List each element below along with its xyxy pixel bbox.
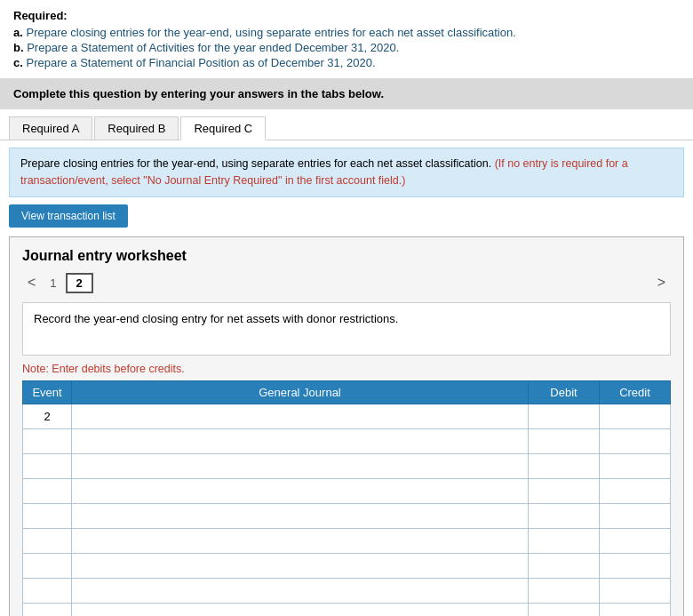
journal-cell[interactable] [72,578,529,603]
table-row [23,528,671,553]
credit-input[interactable] [603,433,666,449]
nav-row: < 1 2 > [22,273,671,293]
credit-cell[interactable] [600,528,671,553]
required-section: Required: a. Prepare closing entries for… [0,0,693,78]
journal-table: Event General Journal Debit Credit 2 [22,380,671,617]
debit-cell[interactable] [529,528,600,553]
event-cell [23,453,72,478]
worksheet-card: Journal entry worksheet < 1 2 > Record t… [9,236,684,617]
journal-cell[interactable] [72,603,529,616]
table-row [23,428,671,453]
credit-input[interactable] [603,607,666,616]
req-line-c: c. Prepare a Statement of Financial Posi… [13,56,680,69]
debit-cell[interactable] [529,578,600,603]
nav-next-arrow[interactable]: > [652,273,671,292]
req-letter-a: a. [13,26,26,39]
credit-cell[interactable] [600,603,671,616]
req-link-c[interactable]: Prepare a Statement of Financial Positio… [26,56,375,69]
nav-page-1[interactable]: 1 [41,275,65,292]
tab-required-b[interactable]: Required B [94,116,179,140]
credit-cell[interactable] [600,578,671,603]
col-header-event: Event [23,380,72,404]
credit-cell[interactable] [600,503,671,528]
debit-input[interactable] [532,483,595,499]
event-cell [23,503,72,528]
table-row [23,553,671,578]
table-row [23,603,671,616]
nav-page-2[interactable]: 2 [66,273,93,293]
credit-input[interactable] [603,458,666,474]
debit-input[interactable] [532,458,595,474]
note-text: Note: Enter debits before credits. [22,363,671,375]
debit-cell[interactable] [529,503,600,528]
journal-cell[interactable] [72,428,529,453]
journal-cell[interactable] [72,453,529,478]
journal-cell[interactable] [72,478,529,503]
credit-cell[interactable] [600,553,671,578]
journal-input[interactable] [76,408,524,424]
debit-input[interactable] [532,433,595,449]
debit-cell[interactable] [529,453,600,478]
debit-cell[interactable] [529,478,600,503]
tab-required-c[interactable]: Required C [180,116,266,140]
journal-input[interactable] [76,607,524,616]
journal-input[interactable] [76,433,524,449]
view-transaction-container: View transaction list [9,204,684,228]
col-header-credit: Credit [600,380,671,404]
debit-input[interactable] [532,582,595,598]
credit-input[interactable] [603,582,666,598]
table-row [23,478,671,503]
instruction-text: Complete this question by entering your … [13,87,384,100]
journal-input[interactable] [76,508,524,524]
credit-cell[interactable] [600,453,671,478]
req-link-a[interactable]: Prepare closing entries for the year-end… [26,26,515,39]
req-line-b: b. Prepare a Statement of Activities for… [13,41,680,54]
journal-cell[interactable] [72,503,529,528]
req-line-a: a. Prepare closing entries for the year-… [13,26,680,39]
debit-input[interactable] [532,532,595,548]
journal-input[interactable] [76,557,524,573]
journal-input[interactable] [76,532,524,548]
description-text: Record the year-end closing entry for ne… [34,312,398,325]
view-transaction-button[interactable]: View transaction list [9,204,128,228]
debit-input[interactable] [532,557,595,573]
credit-cell[interactable] [600,404,671,428]
debit-input[interactable] [532,607,595,616]
credit-input[interactable] [603,508,666,524]
event-cell [23,478,72,503]
credit-input[interactable] [603,557,666,573]
credit-cell[interactable] [600,428,671,453]
credit-input[interactable] [603,532,666,548]
event-cell [23,603,72,616]
event-cell [23,578,72,603]
req-link-b[interactable]: Prepare a Statement of Activities for th… [27,41,399,54]
table-row [23,453,671,478]
info-bar: Prepare closing entries for the year-end… [9,148,684,197]
tab-c-label: Required C [194,122,252,135]
debit-cell[interactable] [529,428,600,453]
nav-prev-arrow[interactable]: < [22,273,41,292]
debit-cell[interactable] [529,603,600,616]
journal-input[interactable] [76,458,524,474]
description-box: Record the year-end closing entry for ne… [22,302,671,356]
debit-cell[interactable] [529,553,600,578]
debit-input[interactable] [532,408,595,424]
col-header-debit: Debit [529,380,600,404]
journal-input[interactable] [76,483,524,499]
journal-input[interactable] [76,582,524,598]
event-cell [23,428,72,453]
credit-input[interactable] [603,408,666,424]
tabs-row: Required A Required B Required C [0,109,693,140]
journal-cell[interactable] [72,553,529,578]
col-header-journal: General Journal [72,380,529,404]
debit-cell[interactable] [529,404,600,428]
debit-input[interactable] [532,508,595,524]
table-row [23,578,671,603]
journal-cell[interactable] [72,404,529,428]
tab-b-label: Required B [108,122,165,135]
journal-cell[interactable] [72,528,529,553]
credit-input[interactable] [603,483,666,499]
tab-required-a[interactable]: Required A [9,116,92,140]
credit-cell[interactable] [600,478,671,503]
worksheet-title: Journal entry worksheet [22,248,671,264]
